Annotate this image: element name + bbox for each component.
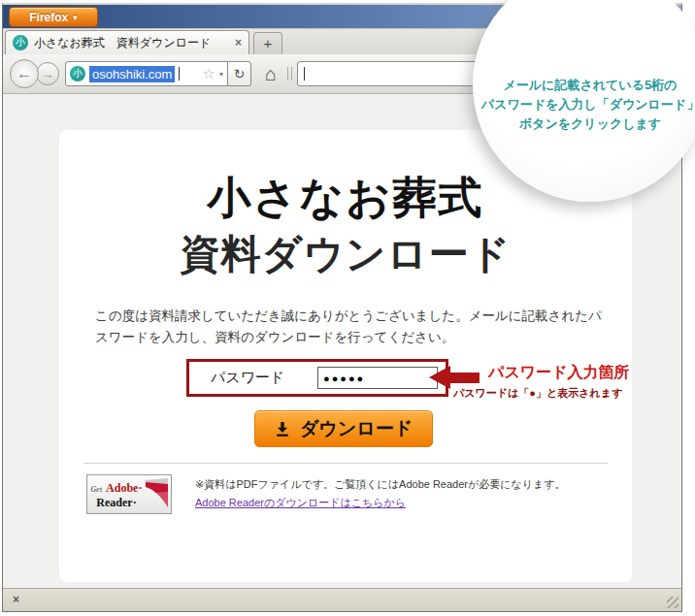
text-cursor [179, 67, 180, 81]
text-cursor [304, 67, 305, 81]
new-tab-button[interactable]: + [253, 32, 282, 54]
url-text-selected: osohshiki.com [89, 66, 175, 82]
chevron-down-icon: ▾ [73, 13, 78, 22]
tab-close-icon[interactable]: × [235, 36, 242, 49]
addon-bar: × [3, 588, 681, 611]
download-button-label: ダウンロード [300, 416, 413, 441]
url-bar[interactable]: 小 osohshiki.com ☆ ▾ [65, 61, 228, 86]
web-page: 小さなお葬式 資料ダウンロード この度は資料請求していただき誠にありがとうござい… [59, 130, 632, 582]
adobe-reader-badge[interactable]: Get Adobe· Reader· [86, 474, 172, 514]
callout-line: メールに記載されている5桁の [473, 76, 695, 95]
resize-grip[interactable] [667, 597, 678, 608]
search-input[interactable] [297, 61, 483, 86]
badge-adobe-label: Adobe· [106, 481, 142, 495]
adobe-download-link[interactable]: Adobe Readerのダウンロードはこちらから [195, 496, 406, 510]
password-label: パスワード [211, 369, 284, 387]
toolbar-splitter[interactable] [287, 67, 292, 81]
bookmark-star-icon[interactable]: ☆ [203, 65, 215, 82]
password-highlight-box: パスワード [186, 359, 448, 397]
back-button[interactable]: ← [10, 59, 39, 88]
callout-text: メールに記載されている5桁の パスワードを入力し「ダウンロード」 ボタンをクリッ… [473, 76, 695, 134]
urlbar-dropdown-icon[interactable]: ▾ [219, 70, 223, 79]
download-button[interactable]: ダウンロード [254, 410, 433, 447]
reload-button[interactable]: ↻ [227, 61, 251, 86]
tab-osohshiki[interactable]: 小 小さなお葬式 資料ダウンロード × [5, 30, 249, 54]
badge-reader-label: Reader· [89, 497, 144, 510]
badge-get-label: Get [91, 485, 103, 494]
close-icon[interactable]: × [13, 593, 19, 606]
firefox-menu-button[interactable]: Firefox ▾ [9, 7, 98, 27]
home-button[interactable]: ⌂ [258, 62, 283, 85]
intro-paragraph: この度は資料請求していただき誠にありがとうございました。メールに記載されたパスワ… [95, 306, 614, 347]
arrow-head [429, 366, 450, 389]
callout-line: ボタンをクリックします [473, 114, 695, 134]
divider [83, 463, 608, 464]
firefox-menu-label: Firefox [29, 11, 68, 24]
urlbar-favicon-icon: 小 [70, 66, 85, 81]
page-title-gothic: 資料ダウンロード [59, 228, 632, 281]
site-favicon-icon: 小 [13, 35, 28, 50]
screenshot-canvas: Firefox ▾ 小 小さなお葬式 資料ダウンロード × + ← → 小 os… [0, 0, 695, 616]
red-arrow-icon [429, 366, 480, 389]
download-icon [275, 421, 290, 438]
tab-title: 小さなお葬式 資料ダウンロード [34, 35, 229, 51]
annotation-title: パスワード入力箇所 [488, 363, 630, 383]
arrow-shaft [450, 373, 480, 383]
password-input[interactable] [317, 367, 438, 389]
adobe-swoosh-icon [144, 478, 169, 511]
adobe-badge-text: Get Adobe· Reader· [89, 478, 144, 509]
pdf-note: ※資料はPDFファイルです。ご覧頂くにはAdobe Readerが必要になります… [195, 477, 566, 492]
forward-button[interactable]: → [36, 62, 59, 85]
callout-line: パスワードを入力し「ダウンロード」 [473, 95, 695, 114]
